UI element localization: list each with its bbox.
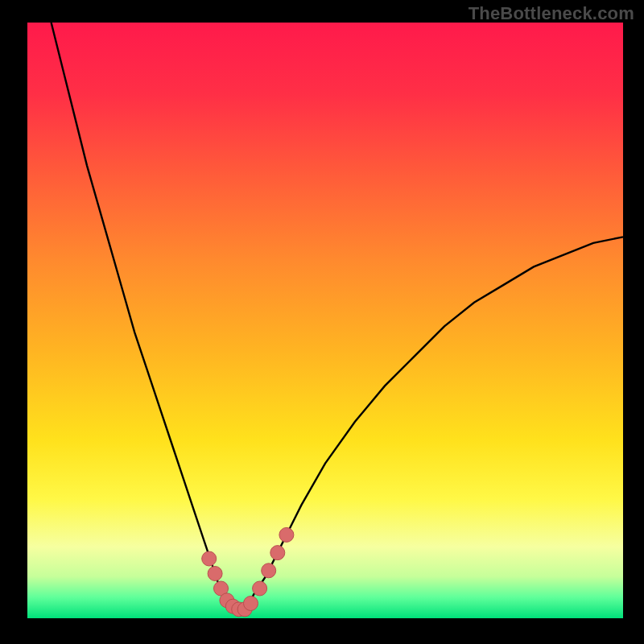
chart-frame: TheBottleneck.com [0,0,644,644]
curve-marker [253,581,267,596]
curve-marker [244,597,258,611]
chart-svg [27,23,623,618]
gradient-background [27,23,623,618]
curve-marker [279,527,294,542]
curve-marker [262,564,276,578]
curve-marker [202,551,217,566]
curve-marker [270,546,285,560]
watermark-label: TheBottleneck.com [469,3,634,24]
curve-marker [208,567,222,581]
plot-area [27,23,623,618]
